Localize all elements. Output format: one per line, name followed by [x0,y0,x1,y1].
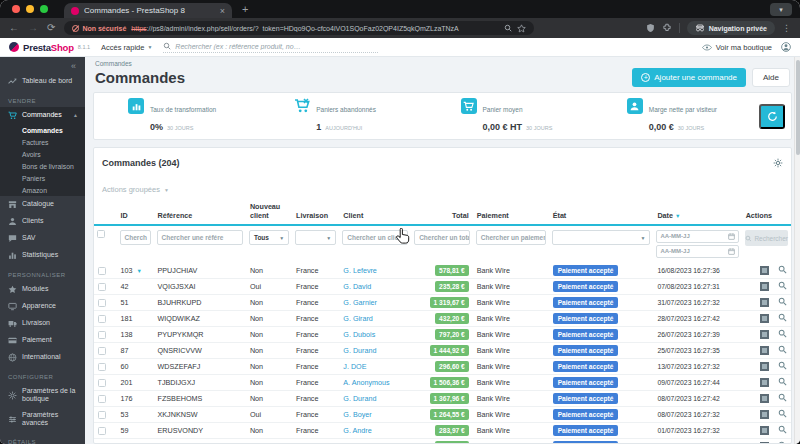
filter-new-client-select[interactable]: Tous▼ [249,230,289,245]
column-header-client[interactable]: Client [339,201,411,225]
sidebar-item-modules[interactable]: Modules [0,281,85,298]
column-header-r-f-rence[interactable]: Référence [154,201,246,225]
order-document-icon[interactable] [760,378,769,387]
not-secure-warning[interactable]: Non sécurisé [72,25,126,32]
sort-icon[interactable]: ▼ [675,213,680,219]
admin-search-input[interactable]: Rechercher (ex : référence produit, no… [163,41,378,53]
row-checkbox[interactable] [98,347,106,355]
filter-payment-input[interactable]: Chercher un paiement [476,230,546,245]
grid-search-button[interactable]: Rechercher [745,230,788,246]
order-document-icon[interactable] [760,314,769,323]
browser-menu-icon[interactable]: ⋮ [782,23,791,33]
tab-close-icon[interactable]: × [220,6,225,16]
column-header-paiement[interactable]: Paiement [473,201,549,225]
view-shop-link[interactable]: Voir ma boutique [702,43,772,52]
filter-delivery-select[interactable]: ▼ [295,230,336,245]
forward-icon[interactable]: → [28,23,38,33]
browser-tab[interactable]: Commandes - PrestaShop 8 × [64,3,232,18]
order-document-icon[interactable] [760,394,769,403]
reload-icon[interactable]: ⟳ [47,23,55,33]
column-header-id[interactable]: ID [117,201,154,225]
order-client-link[interactable]: G. David [339,279,411,295]
order-document-icon[interactable] [760,426,769,435]
sidebar-subitem-commandes[interactable]: Commandes [0,124,85,136]
order-client-link[interactable]: G. Andre [339,423,411,439]
add-order-button[interactable]: + Ajouter une commande [632,68,746,87]
back-icon[interactable]: ← [9,23,19,33]
bulk-actions-dropdown[interactable]: Actions groupées▼ [102,185,169,194]
order-document-icon[interactable] [760,410,769,419]
sidebar-item-param-tres-de-la-boutique[interactable]: Paramètres de la boutique [0,383,85,407]
order-document-icon[interactable] [760,282,769,291]
sidebar-item-paiement[interactable]: Paiement [0,332,85,349]
column-header-actions[interactable]: Actions [742,201,791,225]
sidebar-item-clients[interactable]: Clients [0,213,85,230]
incognito-badge[interactable]: Navigation privée [687,21,775,35]
order-client-link[interactable]: G. Lefevre [339,263,411,279]
quick-access-dropdown[interactable]: Accès rapide▼ [101,43,152,52]
row-checkbox[interactable] [98,379,106,387]
order-document-icon[interactable] [760,330,769,339]
row-checkbox[interactable] [98,363,106,371]
sidebar-collapse-icon[interactable]: « [0,57,85,73]
sidebar-subitem-amazon[interactable]: Amazon [0,184,85,196]
zoom-icon[interactable] [504,24,512,32]
order-client-link[interactable]: G. Dubois [339,327,411,343]
sidebar-item-tableau-de-bord[interactable]: Tableau de bord [0,73,85,90]
filter-date-to-input[interactable]: AA-MM-JJ [656,245,738,258]
sidebar-item-statistiques[interactable]: Statistiques [0,247,85,264]
order-client-link[interactable]: G. Boyer [339,407,411,423]
order-view-icon[interactable] [778,411,787,420]
order-client-link[interactable]: G. Durand [339,343,411,359]
filter-reference-input[interactable]: Chercher une référe [157,230,243,245]
order-client-link[interactable]: G. Girard [339,311,411,327]
order-document-icon[interactable] [760,266,769,275]
row-checkbox[interactable] [98,315,106,323]
filter-date-from-input[interactable]: AA-MM-JJ [656,230,738,243]
row-checkbox[interactable] [98,331,106,339]
row-checkbox[interactable] [98,427,106,435]
grid-settings-gear-icon[interactable] [773,154,783,172]
row-checkbox[interactable] [98,267,106,275]
new-tab-button[interactable]: + [242,3,248,15]
page-scrollbar[interactable] [794,57,800,444]
filter-id-input[interactable]: Cherch [120,230,151,245]
order-view-icon[interactable] [778,267,787,276]
order-view-icon[interactable] [778,363,787,372]
filter-state-select[interactable]: ▼ [552,230,651,245]
extensions-puzzle-icon[interactable] [662,23,672,33]
help-button[interactable]: Aide [752,68,790,87]
sidebar-item-sav[interactable]: SAV [0,230,85,247]
sidebar-subitem-paniers[interactable]: Paniers [0,172,85,184]
sidebar-subitem-factures[interactable]: Factures [0,136,85,148]
sidebar-item-livraison[interactable]: Livraison [0,315,85,332]
order-client-link[interactable]: A. Anonymous [339,375,411,391]
order-client-link[interactable]: G. Robert [339,439,411,444]
column-header-date[interactable]: Date▼ [653,201,741,225]
order-document-icon[interactable] [760,346,769,355]
order-view-icon[interactable] [778,299,787,308]
tab-search-chevron-icon[interactable]: ▾ [770,3,792,16]
sidebar-item-international[interactable]: International [0,349,85,366]
order-document-icon[interactable] [760,298,769,307]
sidebar-subitem-bons-de-livraison[interactable]: Bons de livraison [0,160,85,172]
refresh-kpi-button[interactable] [759,104,785,129]
extension-shield-icon[interactable] [646,23,655,33]
column-header-livraison[interactable]: Livraison [292,201,339,225]
column-header-nouveau-client[interactable]: Nouveau client [246,201,292,225]
select-all-checkbox[interactable] [97,230,105,238]
scrollbar-thumb[interactable] [796,60,800,155]
row-checkbox[interactable] [98,411,106,419]
order-view-icon[interactable] [778,395,787,404]
filter-total-input[interactable]: Chercher un total [414,230,470,245]
column-header--tat[interactable]: État [549,201,654,225]
order-view-icon[interactable] [778,331,787,340]
order-view-icon[interactable] [778,427,787,436]
row-checkbox[interactable] [98,395,106,403]
sidebar-subitem-avoirs[interactable]: Avoirs [0,148,85,160]
zoom-window-button[interactable] [40,5,48,13]
close-window-button[interactable] [12,5,20,13]
row-checkbox[interactable] [98,283,106,291]
order-view-icon[interactable] [778,283,787,292]
order-client-link[interactable]: G. Garnier [339,295,411,311]
